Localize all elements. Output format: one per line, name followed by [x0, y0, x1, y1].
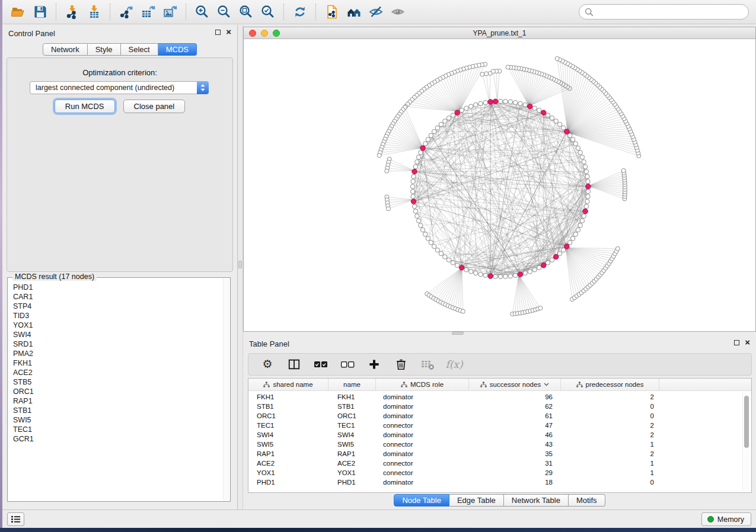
open-session-button[interactable] — [7, 2, 29, 21]
add-column-button[interactable] — [366, 356, 382, 373]
cell-name[interactable]: SWI4 — [328, 431, 376, 438]
function-builder-button[interactable]: f(x) — [446, 356, 462, 373]
select-all-button[interactable] — [313, 356, 328, 373]
cell-name[interactable]: FKH1 — [328, 393, 376, 400]
cell-mcds-role[interactable]: dominator — [376, 450, 469, 457]
delete-table-button[interactable] — [420, 356, 435, 373]
network-window-titlebar[interactable]: YPA_prune.txt_1 — [244, 27, 755, 39]
cell-shared-name[interactable]: RAP1 — [248, 450, 328, 457]
cell-shared-name[interactable]: SWI5 — [248, 441, 328, 448]
list-item[interactable]: SWI5 — [13, 415, 222, 425]
delete-column-button[interactable] — [393, 356, 409, 373]
list-item[interactable]: FKH1 — [13, 358, 222, 368]
cell-successor-nodes[interactable]: 31 — [469, 460, 561, 467]
close-panel-icon[interactable]: × — [226, 29, 231, 35]
task-history-button[interactable] — [7, 512, 24, 526]
list-item[interactable]: ORC1 — [13, 387, 222, 396]
tab-motifs[interactable]: Motifs — [569, 494, 605, 507]
table-row[interactable]: SWI4 SWI4 dominator 46 2 — [248, 430, 751, 440]
table-scrollbar[interactable] — [742, 392, 749, 491]
column-header-shared-name[interactable]: shared name — [248, 379, 328, 390]
cell-predecessor-nodes[interactable]: 1 — [561, 469, 659, 476]
list-item[interactable]: TEC1 — [13, 425, 222, 434]
cell-mcds-role[interactable]: dominator — [376, 412, 469, 419]
splitter-handle[interactable] — [452, 332, 464, 335]
cell-mcds-role[interactable]: connector — [376, 422, 469, 429]
table-row[interactable]: TEC1 TEC1 connector 47 2 — [248, 421, 751, 430]
close-panel-icon[interactable]: × — [745, 339, 750, 345]
list-item[interactable]: PHD1 — [13, 283, 222, 292]
memory-button[interactable]: Memory — [701, 512, 751, 526]
list-item[interactable]: RAP1 — [13, 396, 222, 406]
cell-successor-nodes[interactable]: 46 — [469, 431, 561, 438]
cell-mcds-role[interactable]: dominator — [376, 479, 469, 486]
close-window-icon[interactable] — [249, 30, 256, 37]
cell-name[interactable]: RAP1 — [328, 450, 376, 457]
network-canvas[interactable] — [244, 40, 755, 331]
cell-shared-name[interactable]: SWI4 — [248, 431, 328, 438]
table-row[interactable]: ACE2 ACE2 connector 31 1 — [248, 459, 751, 468]
zoom-fit-button[interactable] — [235, 2, 257, 21]
show-columns-button[interactable] — [286, 356, 302, 373]
optimization-criterion-select[interactable]: largest connected component (undirected) — [30, 81, 209, 94]
cell-name[interactable]: PHD1 — [328, 479, 376, 486]
cell-shared-name[interactable]: FKH1 — [248, 393, 328, 400]
column-header-name[interactable]: name — [328, 379, 376, 390]
tab-node-table[interactable]: Node Table — [394, 494, 449, 507]
list-item[interactable]: STB1 — [13, 406, 222, 415]
cell-name[interactable]: ACE2 — [328, 460, 376, 467]
scrollbar-thumb[interactable] — [744, 396, 749, 448]
run-mcds-button[interactable]: Run MCDS — [55, 100, 115, 113]
cell-successor-nodes[interactable]: 18 — [469, 479, 561, 486]
mcds-result-list[interactable]: PHD1CAR1STP4TID3YOX1SWI4SRD1PMA2FKH1ACE2… — [13, 283, 222, 500]
cell-predecessor-nodes[interactable]: 1 — [561, 460, 659, 467]
list-item[interactable]: STP4 — [13, 302, 222, 311]
cell-successor-nodes[interactable]: 43 — [469, 441, 561, 448]
show-all-button[interactable] — [387, 2, 409, 21]
tab-network-table[interactable]: Network Table — [504, 494, 569, 507]
search-input[interactable] — [597, 8, 743, 17]
cell-successor-nodes[interactable]: 47 — [469, 422, 561, 429]
cell-name[interactable]: ORC1 — [328, 412, 376, 419]
column-header-successor-nodes[interactable]: successor nodes — [469, 379, 561, 390]
cell-shared-name[interactable]: ACE2 — [248, 460, 328, 467]
result-scrollbar[interactable] — [223, 278, 229, 501]
tab-edge-table[interactable]: Edge Table — [449, 494, 504, 507]
hide-selected-button[interactable] — [365, 2, 387, 21]
cell-successor-nodes[interactable]: 62 — [469, 403, 561, 410]
cell-mcds-role[interactable]: dominator — [376, 393, 469, 400]
cell-shared-name[interactable]: ORC1 — [248, 412, 328, 419]
zoom-in-button[interactable] — [191, 2, 213, 21]
tab-select[interactable]: Select — [121, 43, 158, 56]
list-item[interactable]: SWI4 — [13, 330, 222, 339]
cell-shared-name[interactable]: YOX1 — [248, 469, 328, 476]
list-item[interactable]: PMA2 — [13, 349, 222, 358]
cell-successor-nodes[interactable]: 29 — [469, 469, 561, 476]
cell-shared-name[interactable]: STB1 — [248, 403, 328, 410]
export-table-button[interactable] — [137, 2, 159, 21]
cell-predecessor-nodes[interactable]: 0 — [561, 479, 659, 486]
list-item[interactable]: SRD1 — [13, 339, 222, 349]
tab-mcds[interactable]: MCDS — [158, 43, 197, 56]
table-settings-button[interactable]: ⚙ — [260, 356, 275, 373]
export-network-button[interactable] — [115, 2, 137, 21]
cell-mcds-role[interactable]: connector — [376, 469, 469, 476]
column-header-predecessor-nodes[interactable]: predecessor nodes — [561, 379, 659, 390]
network-graph[interactable] — [244, 40, 755, 331]
cell-name[interactable]: YOX1 — [328, 469, 376, 476]
cell-shared-name[interactable]: PHD1 — [248, 479, 328, 486]
table-row[interactable]: PHD1 PHD1 dominator 18 0 — [248, 477, 751, 487]
save-session-button[interactable] — [29, 2, 51, 21]
column-header-mcds-role[interactable]: MCDS role — [376, 379, 469, 390]
cell-successor-nodes[interactable]: 61 — [469, 412, 561, 419]
import-network-button[interactable] — [61, 2, 83, 21]
cell-name[interactable]: TEC1 — [328, 422, 376, 429]
float-panel-icon[interactable] — [734, 340, 739, 345]
cell-successor-nodes[interactable]: 96 — [469, 393, 561, 400]
cell-shared-name[interactable]: TEC1 — [248, 422, 328, 429]
cell-mcds-role[interactable]: dominator — [376, 431, 469, 438]
cell-predecessor-nodes[interactable]: 0 — [561, 403, 659, 410]
cell-mcds-role[interactable]: connector — [376, 441, 469, 448]
zoom-out-button[interactable] — [213, 2, 235, 21]
table-row[interactable]: STB1 STB1 dominator 62 0 — [248, 402, 751, 411]
